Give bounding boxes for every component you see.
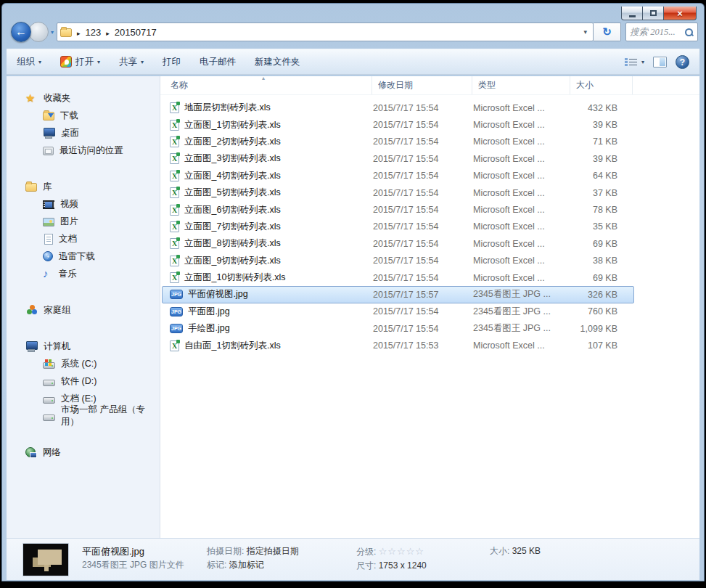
file-date-cell: 2015/7/17 15:54 (373, 171, 473, 181)
table-row[interactable]: 立面图_10切割砖列表.xls2015/7/17 15:54Microsoft … (162, 269, 634, 286)
sidebar-item-homegroup[interactable]: 家庭组 (7, 301, 160, 319)
sidebar-item-computer[interactable]: 计算机 (7, 338, 160, 355)
file-type-cell: Microsoft Excel ... (473, 221, 571, 232)
file-type-cell: 2345看图王 JPG ... (473, 288, 571, 301)
table-row[interactable]: 自由面_1切割砖列表.xls2015/7/17 15:53Microsoft E… (162, 337, 634, 354)
sidebar-item-label: 最近访问的位置 (59, 144, 123, 157)
forward-button[interactable] (28, 22, 49, 42)
sidebar-item-label: 库 (43, 181, 52, 193)
sidebar-item-label: 音乐 (59, 268, 77, 280)
toolbar-button-打印[interactable]: 打印 (163, 56, 181, 68)
toolbar-button-电子邮件[interactable]: 电子邮件 (200, 56, 236, 68)
breadcrumb-item[interactable]: 20150717 (115, 27, 157, 38)
table-row[interactable]: 立面图_9切割砖列表.xls2015/7/17 15:54Microsoft E… (162, 253, 634, 269)
rating-label: 分级: (356, 547, 376, 557)
table-row[interactable]: 立面图_8切割砖列表.xls2015/7/17 15:54Microsoft E… (162, 235, 634, 252)
back-arrow-icon: ← (15, 25, 27, 38)
sidebar-item[interactable]: 系统 (C:) (7, 355, 160, 372)
sidebar-item-libraries[interactable]: 库 (7, 178, 160, 195)
breadcrumb-item[interactable]: 123 (86, 27, 102, 38)
sidebar-item[interactable]: 软件 (D:) (7, 372, 160, 390)
sidebar-section-homegroup: 家庭组 (7, 301, 160, 319)
toolbar-button-组织[interactable]: 组织▾ (17, 56, 41, 68)
sidebar-item-label: 图片 (60, 216, 78, 228)
close-button[interactable]: × (664, 7, 697, 20)
sidebar-item[interactable]: 视频 (7, 195, 160, 213)
table-row[interactable]: 立面图_7切割砖列表.xls2015/7/17 15:54Microsoft E… (162, 219, 634, 235)
table-row[interactable]: 立面图_3切割砖列表.xls2015/7/17 15:54Microsoft E… (162, 150, 634, 167)
shoot-date-value[interactable]: 指定拍摄日期 (247, 546, 299, 556)
sidebar-item-network[interactable]: 网络 (7, 444, 160, 461)
column-header-名称[interactable]: 名称 (160, 76, 372, 94)
sidebar-item[interactable]: 文档 (7, 230, 160, 248)
sidebar-item[interactable]: 最近访问的位置 (7, 142, 160, 159)
recent-pages-caret-icon[interactable]: ▾ (51, 29, 54, 36)
back-button[interactable]: ← (11, 22, 31, 42)
sidebar-item-label: 收藏夹 (44, 92, 71, 105)
file-size-cell: 35 KB (571, 221, 629, 232)
toolbar-button-共享[interactable]: 共享▾ (119, 56, 144, 68)
table-row[interactable]: 立面图_5切割砖列表.xls2015/7/17 15:54Microsoft E… (162, 184, 634, 201)
file-name-cell: 立面图_7切割砖列表.xls (163, 221, 373, 233)
file-name-cell: 立面图_4切割砖列表.xls (163, 170, 373, 182)
file-size-cell: 107 KB (571, 340, 629, 351)
size-label: 大小: (490, 546, 509, 556)
recent-places-icon (43, 147, 54, 155)
details-filename: 平面俯视图.jpg (82, 544, 207, 558)
sidebar-item[interactable]: 迅雷下载 (7, 248, 160, 265)
table-row[interactable]: 平面图.jpg2015/7/17 15:542345看图王 JPG ...760… (162, 303, 634, 320)
table-row[interactable]: 平面俯视图.jpg2015/7/17 15:572345看图王 JPG ...3… (162, 286, 634, 303)
search-input[interactable]: 搜索 2015... (625, 23, 698, 41)
sidebar-item[interactable]: 图片 (7, 213, 160, 230)
views-icon (625, 57, 638, 67)
change-view-button[interactable]: ▾ (625, 57, 644, 67)
column-header-类型[interactable]: 类型 (472, 76, 570, 94)
help-button[interactable]: ? (676, 55, 689, 69)
minimize-button[interactable] (621, 7, 643, 20)
toolbar-button-label: 组织 (17, 56, 35, 68)
file-size-cell: 39 KB (571, 120, 629, 130)
search-icon[interactable] (684, 28, 694, 37)
sidebar-item[interactable]: 音乐 (7, 265, 160, 282)
file-date-cell: 2015/7/17 15:54 (373, 256, 473, 266)
toolbar-button-label: 新建文件夹 (255, 56, 300, 68)
preview-pane-button[interactable] (653, 57, 667, 68)
refresh-button[interactable]: ↻ (594, 23, 621, 41)
table-row[interactable]: 立面图_1切割砖列表.xls2015/7/17 15:54Microsoft E… (162, 116, 634, 133)
search-placeholder: 搜索 2015... (630, 26, 684, 38)
sidebar-item[interactable]: 桌面 (7, 124, 160, 142)
tags-value[interactable]: 添加标记 (229, 560, 264, 570)
toolbar-button-打开[interactable]: 打开▾ (60, 56, 100, 68)
table-row[interactable]: 立面图_2切割砖列表.xls2015/7/17 15:54Microsoft E… (162, 134, 634, 150)
address-dropdown-caret-icon[interactable]: ▾ (580, 28, 590, 36)
sidebar-item[interactable]: 市场一部 产品组（专用） (7, 407, 160, 425)
column-header-修改日期[interactable]: 修改日期 (372, 76, 472, 94)
address-bar[interactable]: ▸123▸20150717 ▾ (57, 23, 594, 41)
file-name: 立面图_7切割砖列表.xls (184, 221, 281, 233)
table-row[interactable]: 地面层切割砖列表.xls2015/7/17 15:54Microsoft Exc… (162, 99, 634, 116)
toolbar-button-新建文件夹[interactable]: 新建文件夹 (255, 56, 300, 68)
file-type-cell: Microsoft Excel ... (473, 154, 571, 164)
computer-icon (25, 341, 38, 351)
file-name-cell: 立面图_9切割砖列表.xls (163, 255, 373, 267)
file-rows: 地面层切割砖列表.xls2015/7/17 15:54Microsoft Exc… (160, 95, 699, 354)
sidebar-item-label: 下载 (60, 110, 78, 122)
breadcrumb-separator-icon: ▸ (106, 30, 110, 37)
sidebar-item-favorites[interactable]: 收藏夹 (7, 89, 160, 107)
sidebar-item[interactable]: 下载 (7, 107, 160, 124)
rating-stars[interactable]: ☆☆☆☆☆ (379, 546, 424, 557)
sidebar-item-label: 家庭组 (44, 304, 71, 317)
file-name: 自由面_1切割砖列表.xls (184, 340, 281, 352)
sidebar-item-label: 软件 (D:) (61, 375, 97, 388)
sidebar-item-label: 桌面 (61, 127, 79, 139)
column-header-大小[interactable]: 大小 (570, 76, 633, 94)
table-row[interactable]: 立面图_4切割砖列表.xls2015/7/17 15:54Microsoft E… (162, 168, 634, 184)
views-caret-icon: ▾ (641, 59, 644, 65)
navigation-pane: 收藏夹下载桌面最近访问的位置库视频图片文档迅雷下载音乐家庭组计算机系统 (C:)… (7, 76, 160, 538)
file-date-cell: 2015/7/17 15:54 (373, 324, 473, 334)
table-row[interactable]: 手绘图.jpg2015/7/17 15:542345看图王 JPG ...1,0… (162, 320, 634, 337)
sort-ascending-icon: ▴ (262, 75, 265, 81)
excel-icon (170, 171, 179, 181)
maximize-button[interactable] (643, 7, 664, 20)
table-row[interactable]: 立面图_6切割砖列表.xls2015/7/17 15:54Microsoft E… (162, 201, 634, 218)
